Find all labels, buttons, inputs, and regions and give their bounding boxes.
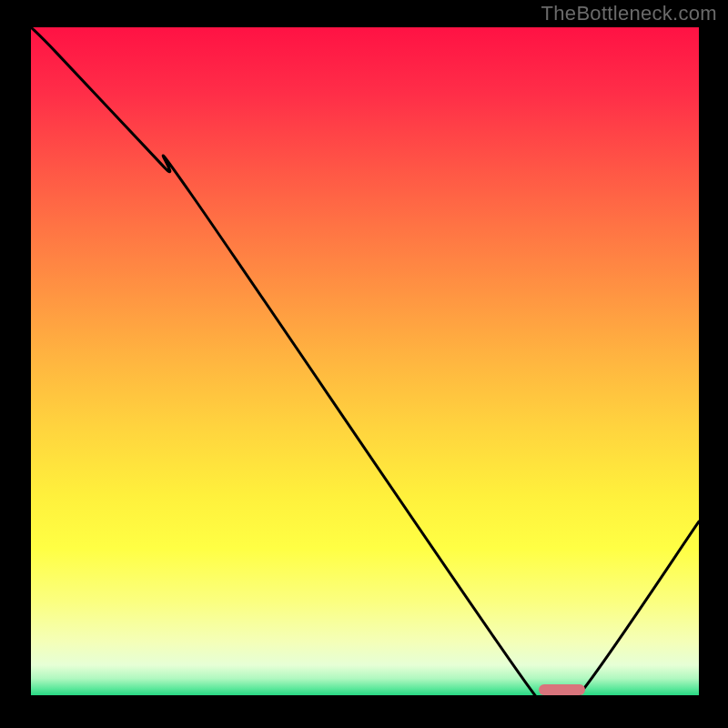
minimum-marker — [539, 684, 585, 695]
chart-frame: TheBottleneck.com — [0, 0, 728, 728]
plot-area — [31, 27, 699, 695]
curve-layer — [31, 27, 699, 695]
watermark-label: TheBottleneck.com — [541, 2, 717, 25]
bottleneck-curve — [31, 27, 699, 695]
